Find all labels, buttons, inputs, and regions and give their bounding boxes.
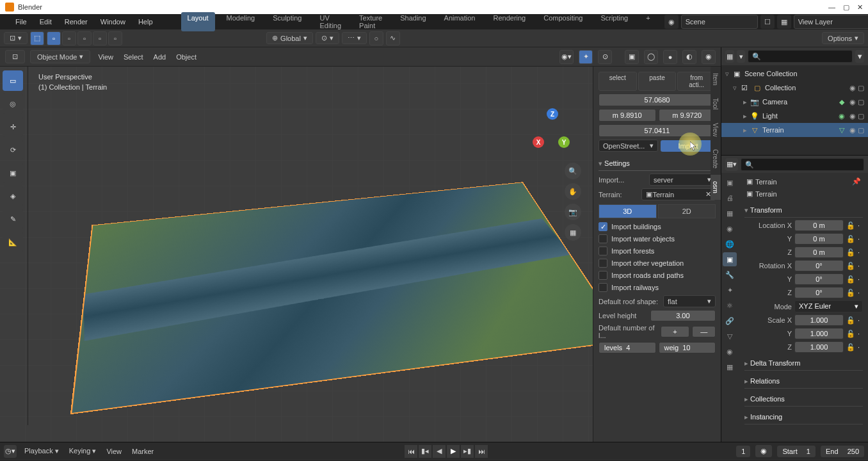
osm-lat-max-field[interactable]: 57.0680 [599,93,716,106]
outliner-collection[interactable]: ▿☑▢Collection ◉▢ [721,81,868,95]
n-tab-osm[interactable]: osm [711,175,721,200]
keyframe-prev-icon[interactable]: ▮◂ [419,445,431,458]
gizmo-rotate-icon[interactable]: ▫ [62,31,76,45]
collections-header[interactable]: Collections [744,392,863,407]
prop-tab-physics[interactable]: ⚛ [723,298,737,312]
osm-import-from-dropdown[interactable]: server▾ [649,174,716,186]
prop-tab-world[interactable]: 🌐 [723,237,737,251]
osm-weight-field[interactable]: weig 10 [659,342,716,353]
prop-tab-scene[interactable]: ◉ [723,222,737,236]
workspace-tab-animation[interactable]: Animation [438,12,482,31]
menu-edit[interactable]: Edit [37,17,54,27]
prop-tab-modifier[interactable]: 🔧 [723,268,737,282]
workspace-tab-uv[interactable]: UV Editing [313,12,348,31]
tool-measure[interactable]: 📐 [3,232,23,252]
auto-keying-icon[interactable]: ◉ [755,445,772,457]
osm-3d-toggle[interactable]: 3D [599,204,657,218]
snap-dropdown[interactable]: ⋯▾ [342,32,367,44]
proportional-edit-icon[interactable]: ○ [369,31,383,45]
select-tool-icon[interactable]: ⬚ [30,31,44,45]
camera-view-icon[interactable]: 📷 [565,204,581,220]
n-tab-create[interactable]: Create [711,143,721,175]
prop-tab-texture[interactable]: ▦ [723,360,737,374]
osm-import-vegetation-checkbox[interactable] [599,259,607,268]
workspace-tab-modeling[interactable]: Modeling [220,12,262,31]
menu-file[interactable]: File [13,17,29,27]
props-search-input[interactable] [741,158,864,171]
timeline-view[interactable]: View [104,446,124,457]
gizmo-z-axis[interactable]: Z [547,108,558,120]
outliner-filter-icon[interactable]: ▼ [855,50,864,63]
shade-wire-icon[interactable]: ◯ [644,50,658,64]
timeline-playback[interactable]: Playback ▾ [22,446,61,457]
gizmo-y-axis[interactable]: Y [558,136,570,148]
tool-cursor[interactable]: ◎ [3,93,23,114]
maximize-icon[interactable]: ▢ [843,3,849,12]
zoom-icon[interactable]: 🔍 [565,163,581,179]
keyframe-next-icon[interactable]: ▸▮ [461,445,474,458]
workspace-tab-add[interactable]: + [639,12,656,31]
start-frame-field[interactable]: Start 1 [777,446,815,457]
outliner-search-input[interactable] [748,50,853,63]
gizmo-off-icon[interactable]: ▫ [108,31,122,45]
tool-move[interactable]: ✛ [3,117,23,137]
light-visibility-icon[interactable]: ◉ [849,112,856,120]
shade-material-icon[interactable]: ◐ [682,50,696,64]
gizmo-move-icon[interactable]: ▫ [47,31,61,45]
prop-tab-material[interactable]: ◉ [723,344,737,359]
overlay-toggle-icon[interactable]: ⊙ [598,50,612,64]
jump-end-icon[interactable]: ⏭ [475,445,488,458]
pivot-dropdown[interactable]: ⊙▾ [316,32,339,44]
workspace-tab-sculpting[interactable]: Sculpting [266,12,308,31]
outliner-light[interactable]: ▸💡Light ◉ ◉▢ [721,109,868,123]
n-tab-item[interactable]: Item [711,67,721,92]
options-dropdown[interactable]: Options ▾ [822,32,864,44]
transform-header[interactable]: Transform [744,204,863,218]
prop-tab-data[interactable]: ▽ [723,329,737,343]
viewport-menu-view[interactable]: View [95,52,116,62]
workspace-tab-scripting[interactable]: Scripting [594,12,634,31]
scene-name-input[interactable] [681,15,758,29]
collection-render-icon[interactable]: ▢ [858,84,864,92]
proportional-mode-icon[interactable]: ∿ [386,31,400,45]
location-x-field[interactable]: 0 m [794,220,844,231]
lock-icon[interactable]: 🔓 [846,343,855,352]
rotation-mode-dropdown[interactable]: XYZ Euler ▾ [794,300,863,312]
osm-import-buildings-checkbox[interactable] [599,222,607,231]
terrain-visibility-icon[interactable]: ◉ [849,126,856,134]
scene-new-icon[interactable]: ☐ [760,15,775,29]
terrain-render-icon[interactable]: ▢ [858,126,864,134]
lock-icon[interactable]: 🔓 [846,275,855,284]
camera-render-icon[interactable]: ▢ [858,98,864,106]
timeline-keying[interactable]: Keying ▾ [67,446,99,457]
prop-tab-output[interactable]: 🖨 [723,191,737,205]
scale-z-field[interactable]: 1.000 [794,341,844,353]
persp-ortho-icon[interactable]: ▦ [565,224,581,241]
osm-import-forests-checkbox[interactable] [599,247,607,255]
timeline-marker[interactable]: Marker [129,446,156,457]
scale-y-field[interactable]: 1.000 [794,328,844,339]
osm-select-button[interactable]: select [599,72,637,91]
tool-rotate[interactable]: ⟳ [3,140,23,160]
osm-import-water-checkbox[interactable] [599,234,607,243]
mode-dropdown[interactable]: Object Mode ▾ [30,50,90,63]
shade-solid-icon[interactable]: ● [663,50,677,64]
navigation-gizmo[interactable]: Z Y X [530,108,575,153]
outliner-type-icon[interactable]: ▦ [725,50,734,63]
osm-default-levels-remove[interactable]: — [692,326,716,337]
editor-type-dropdown[interactable]: ⊡▾ [4,32,28,44]
outliner-display-dropdown[interactable]: ▾ [737,50,746,63]
prop-tab-particle[interactable]: ✦ [723,283,737,297]
gizmo-x-axis[interactable]: X [533,136,544,148]
osm-terrain-picker[interactable]: ▣ Terrain ✕ [641,188,716,200]
lock-icon[interactable]: 🔓 [846,234,855,243]
rotation-z-field[interactable]: 0° [794,287,844,298]
collection-visibility-icon[interactable]: ◉ [849,84,856,92]
workspace-tab-layout[interactable]: Layout [181,12,215,31]
osm-source-dropdown[interactable]: OpenStreet...▾ [599,140,658,152]
current-frame-field[interactable]: 1 [736,446,750,457]
tool-transform[interactable]: ◈ [3,186,23,206]
outliner-camera[interactable]: ▸📷Camera ◆ ◉▢ [721,95,868,109]
light-render-icon[interactable]: ▢ [858,112,864,120]
tool-annotate[interactable]: ✎ [3,209,23,229]
